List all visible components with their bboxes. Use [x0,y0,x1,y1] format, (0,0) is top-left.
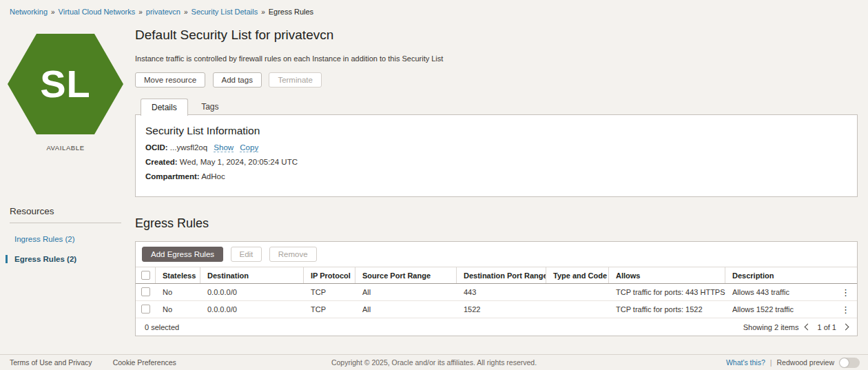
compartment-row: Compartment: AdHoc [145,172,847,181]
column-header-destination: Destination [200,267,304,283]
ocid-value: ...ywsfl2oq [170,143,207,152]
column-header-destination-port-range: Destination Port Range [457,267,546,283]
resources-divider [10,223,121,223]
description-text: Allows 1522 traffic [732,305,794,314]
ip-protocol-cell: TCP [304,288,355,296]
breadcrumb-vcn-list[interactable]: Virtual Cloud Networks [59,8,136,16]
breadcrumb-separator: » [184,8,188,16]
table-row: No 0.0.0.0/0 TCP All 1522 TCP traffic fo… [136,301,857,318]
footer-right: What's this? | Redwood preview [726,358,860,368]
whats-this-link[interactable]: What's this? [726,358,765,367]
cookie-preferences-link[interactable]: Cookie Preferences [113,358,176,367]
add-tags-button[interactable]: Add tags [213,72,262,88]
description-text: Allows 443 traffic [732,288,789,296]
ocid-label: OCID: [145,143,168,152]
created-label: Created: [145,158,178,166]
row-select-cell [136,305,156,315]
toggle-knob-icon [840,358,849,367]
sidebar-item-ingress-rules[interactable]: Ingress Rules (2) [10,235,121,243]
allows-cell: TCP traffic for ports: 443 HTTPS [609,288,725,296]
select-all-checkbox[interactable] [141,271,150,280]
row-actions-icon[interactable]: ⋮ [834,305,857,314]
pagination: Showing 2 items 1 of 1 [743,323,848,331]
tab-bar: Details Tags [135,98,858,114]
footer-separator: | [770,358,772,367]
status-badge: AVAILABLE [0,144,131,152]
sidebar-item-egress-rules[interactable]: Egress Rules (2) [6,255,121,263]
destination-port-range-cell: 1522 [457,305,546,314]
security-list-hexagon-icon: SL [8,34,123,134]
breadcrumb-networking[interactable]: Networking [10,8,48,16]
source-port-range-cell: All [355,288,457,296]
column-header-description: Description [725,267,857,283]
created-value: Wed, May 1, 2024, 20:05:24 UTC [180,158,298,166]
copyright-text: Copyright © 2025, Oracle and/or its affi… [331,358,537,367]
breadcrumb-separator: » [51,8,55,16]
tab-details[interactable]: Details [141,99,188,116]
oci-console-page: Networking»Virtual Cloud Networks»privat… [0,0,868,370]
redwood-preview-label: Redwood preview [777,358,834,367]
ocid-row: OCID: ...ywsfl2oq Show Copy [145,143,847,152]
allows-cell: TCP traffic for ports: 1522 [609,305,725,314]
terms-of-use-link[interactable]: Terms of Use and Privacy [10,358,92,367]
destination-cell: 0.0.0.0/0 [200,288,304,296]
table-row: No 0.0.0.0/0 TCP All 443 TCP traffic for… [136,284,857,301]
footer-links: Terms of Use and Privacy Cookie Preferen… [10,358,176,367]
breadcrumb-separator: » [261,8,265,16]
column-header-ip-protocol: IP Protocol [304,267,355,283]
column-header-stateless: Stateless [156,267,200,283]
egress-rules-heading: Egress Rules [135,216,858,231]
row-checkbox[interactable] [141,305,150,314]
page-title: Default Security List for privatevcn [135,28,858,43]
source-port-range-cell: All [355,305,457,314]
ocid-show-link[interactable]: Show [214,143,234,152]
table-header-row: Stateless Destination IP Protocol Source… [136,267,857,284]
compartment-label: Compartment: [145,172,200,181]
breadcrumb-current: Egress Rules [269,8,313,16]
remove-button[interactable]: Remove [269,247,317,262]
created-row: Created: Wed, May 1, 2024, 20:05:24 UTC [145,158,847,166]
table-toolbar: Add Egress Rules Edit Remove [136,242,857,267]
add-egress-rules-button[interactable]: Add Egress Rules [142,247,223,262]
select-all-cell [136,267,156,283]
security-list-information-card: Security List Information OCID: ...ywsfl… [135,114,858,197]
row-select-cell [136,287,156,298]
column-header-allows: Allows [609,267,725,283]
stateless-cell: No [156,305,200,314]
table-footer: 0 selected Showing 2 items 1 of 1 [136,318,857,336]
redwood-preview-toggle[interactable] [839,358,860,368]
page-subtitle: Instance traffic is controlled by firewa… [135,54,858,63]
security-list-information-heading: Security List Information [145,125,847,137]
resources-heading: Resources [10,206,121,216]
stateless-cell: No [156,288,200,296]
tab-tags[interactable]: Tags [191,99,229,115]
column-header-source-port-range: Source Port Range [355,267,457,283]
terminate-button[interactable]: Terminate [269,72,322,88]
row-checkbox[interactable] [141,287,150,296]
selected-count: 0 selected [145,323,179,331]
row-actions-icon[interactable]: ⋮ [834,288,857,297]
move-resource-button[interactable]: Move resource [135,72,205,88]
column-header-stateless-label: Stateless [163,271,196,280]
ip-protocol-cell: TCP [304,305,355,314]
page-footer: Terms of Use and Privacy Cookie Preferen… [0,354,868,370]
destination-cell: 0.0.0.0/0 [200,305,304,314]
next-page-icon[interactable] [843,324,849,331]
resources-panel: Resources Ingress Rules (2) Egress Rules… [10,206,121,263]
page-indicator: 1 of 1 [817,323,836,331]
action-buttons: Move resource Add tags Terminate [135,72,858,88]
security-list-badge-label: SL [40,65,91,103]
breadcrumb-security-list-details[interactable]: Security List Details [192,8,258,16]
breadcrumb-separator: » [138,8,143,16]
breadcrumb-privatevcn[interactable]: privatevcn [146,8,180,16]
edit-button[interactable]: Edit [231,247,262,262]
prev-page-icon[interactable] [805,324,812,331]
destination-port-range-cell: 443 [457,288,546,296]
description-cell: Allows 443 traffic⋮ [725,288,857,297]
column-header-type-and-code: Type and Code [546,267,609,283]
ocid-copy-link[interactable]: Copy [240,143,258,152]
main-content: Default Security List for privatevcn Ins… [135,28,858,336]
egress-rules-table-card: Add Egress Rules Edit Remove Stateless D… [135,241,858,336]
compartment-value: AdHoc [201,172,225,181]
breadcrumb: Networking»Virtual Cloud Networks»privat… [10,8,313,16]
